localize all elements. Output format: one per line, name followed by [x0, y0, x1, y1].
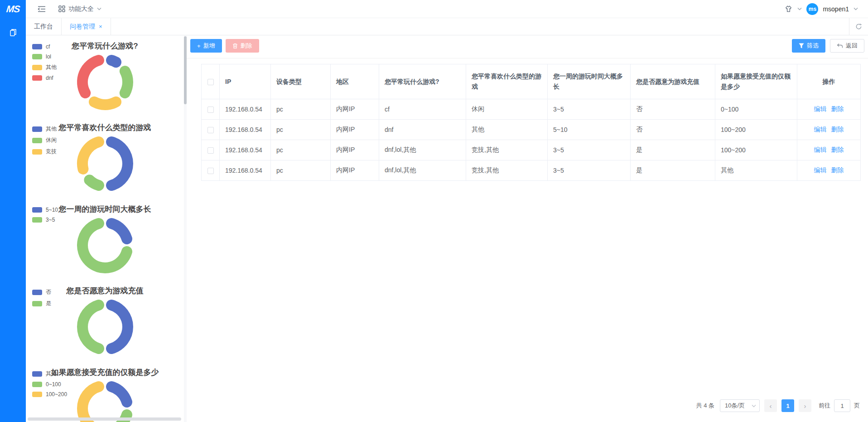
next-page-button[interactable]: › [799, 399, 811, 412]
table-cell: 其他 [715, 160, 797, 181]
table-wrap: IP设备类型地区您平常玩什么游戏?您平常喜欢什么类型的游戏您一周的游玩时间大概多… [201, 64, 868, 181]
delete-link[interactable]: 删除 [831, 146, 844, 153]
charts-panel: 您平常玩什么游戏?cflol其他dnf您平常喜欢什么类型的游戏其他休闲竞技您一周… [26, 35, 184, 422]
app-menu[interactable]: 功能大全 [58, 5, 101, 13]
page-1-button[interactable]: 1 [781, 399, 794, 412]
table-row: 192.168.0.54pc内网IPdnf,lol,其他竞技,其他3~5是100… [202, 140, 861, 160]
horizontal-scrollbar[interactable] [28, 417, 181, 421]
row-checkbox[interactable] [207, 107, 214, 113]
table-cell: 是 [631, 140, 715, 160]
row-checkbox[interactable] [207, 147, 214, 154]
back-button[interactable]: 返回 [830, 39, 864, 53]
donut-segment[interactable] [111, 223, 127, 239]
sidebar-item-survey[interactable] [5, 24, 21, 41]
column-header: 地区 [331, 64, 379, 99]
donut-segment[interactable] [111, 387, 127, 402]
legend-item[interactable]: 休闲 [32, 136, 57, 144]
legend-item[interactable]: 是 [32, 300, 51, 307]
avatar[interactable]: ms [806, 3, 818, 15]
app-window: MS 功 [0, 0, 868, 422]
prev-page-button[interactable]: ‹ [764, 399, 777, 412]
tab-label: 问卷管理 [70, 23, 95, 31]
delete-button[interactable]: 删除 [226, 39, 259, 53]
legend-item[interactable]: 100~200 [32, 391, 67, 398]
legend-item[interactable]: 竞技 [32, 148, 57, 155]
table-cell: pc [271, 160, 331, 181]
chevron-down-icon[interactable] [797, 7, 802, 10]
donut-segment[interactable] [82, 142, 99, 169]
delete-button-label: 删除 [241, 42, 252, 50]
table-cell: cf [379, 99, 466, 120]
legend-item[interactable]: 3~5 [32, 217, 58, 223]
legend-item[interactable]: 5~10 [32, 207, 58, 213]
edit-link[interactable]: 编辑 [814, 105, 827, 112]
column-header: 您平常喜欢什么类型的游戏 [466, 64, 548, 99]
donut-segment[interactable] [111, 142, 128, 185]
column-header: 如果愿意接受充值的仅额是多少 [715, 64, 797, 99]
legend-swatch [32, 217, 42, 223]
app-rail: MS [0, 0, 26, 422]
donut-chart [26, 215, 184, 275]
legend-label: 否 [46, 288, 51, 296]
edit-link[interactable]: 编辑 [814, 146, 827, 153]
donut-segment[interactable] [111, 60, 116, 62]
donut-segment[interactable] [89, 180, 99, 185]
legend-item[interactable]: lol [32, 53, 57, 60]
chevron-down-icon [97, 7, 101, 10]
legend-item[interactable]: 否 [32, 288, 51, 296]
row-checkbox[interactable] [207, 127, 214, 133]
table-row: 192.168.0.54pc内网IPdnf其他5~10否100~200编辑删除 [202, 120, 861, 140]
tab-survey-management[interactable]: 问卷管理 × [62, 18, 111, 35]
donut-segment[interactable] [125, 71, 127, 93]
delete-link[interactable]: 删除 [831, 126, 844, 133]
chevron-down-icon[interactable] [854, 7, 858, 10]
edit-link[interactable]: 编辑 [814, 166, 827, 174]
table-cell: 0~100 [715, 99, 797, 120]
toolbar-right: 筛选 返回 [792, 39, 864, 53]
legend-item[interactable]: cf [32, 44, 57, 50]
legend-item[interactable]: 其他 [32, 125, 57, 133]
page-size-select[interactable]: 10条/页 [720, 399, 760, 412]
add-button[interactable]: + 新增 [190, 39, 222, 53]
row-checkbox[interactable] [207, 168, 214, 174]
legend-item[interactable]: dnf [32, 75, 57, 81]
plus-icon: + [197, 43, 201, 49]
topbar-left: 功能大全 [26, 5, 101, 13]
topbar-right: ms msopen1 [784, 3, 868, 15]
legend-item[interactable]: 其他 [32, 370, 67, 378]
donut-segment[interactable] [82, 387, 99, 422]
donut-segment[interactable] [94, 102, 116, 105]
table-cell: 内网IP [331, 160, 379, 181]
table-cell: 192.168.0.54 [220, 140, 271, 160]
column-header: 设备类型 [271, 64, 331, 99]
theme-tshirt-icon[interactable] [784, 5, 793, 13]
chart-block-0: 您平常玩什么游戏?cflol其他dnf [26, 35, 184, 117]
donut-segment[interactable] [111, 305, 128, 349]
donut-segment[interactable] [82, 305, 99, 349]
delete-link[interactable]: 删除 [831, 105, 844, 112]
donut-segment[interactable] [82, 60, 99, 93]
select-all-checkbox[interactable] [207, 79, 214, 85]
table-panel: + 新增 删除 筛选 [187, 35, 868, 422]
table-cell: 5~10 [548, 120, 631, 140]
tab-workbench[interactable]: 工作台 [26, 18, 62, 35]
legend-item[interactable]: 其他 [32, 63, 57, 71]
legend-label: 5~10 [46, 207, 58, 213]
edit-link[interactable]: 编辑 [814, 126, 827, 133]
legend-swatch [32, 138, 42, 143]
column-header: 您平常玩什么游戏? [379, 64, 466, 99]
table-cell: 竞技,其他 [466, 140, 548, 160]
delete-link[interactable]: 删除 [831, 166, 844, 174]
filter-button[interactable]: 筛选 [792, 39, 825, 53]
table-cell: pc [271, 99, 331, 120]
menu-fold-icon[interactable] [38, 5, 46, 13]
legend-label: 是 [46, 300, 51, 307]
goto-page-input[interactable] [834, 399, 850, 412]
tab-close-icon[interactable]: × [99, 24, 102, 29]
table-cell: 3~5 [548, 160, 631, 181]
app-menu-label: 功能大全 [68, 5, 94, 13]
legend-swatch [32, 392, 42, 397]
username[interactable]: msopen1 [823, 5, 849, 13]
legend-item[interactable]: 0~100 [32, 381, 67, 388]
refresh-button[interactable] [849, 18, 868, 35]
